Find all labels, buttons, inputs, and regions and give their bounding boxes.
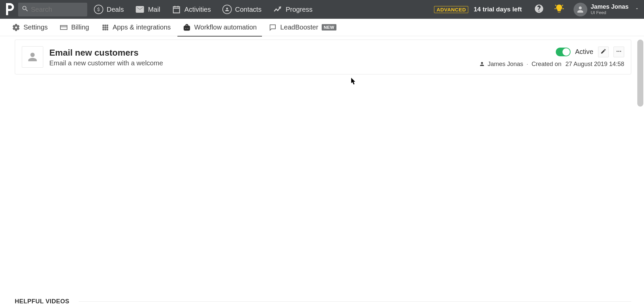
tab-settings[interactable]: Settings	[7, 19, 53, 36]
app-logo[interactable]	[3, 1, 16, 17]
svg-point-2	[620, 51, 621, 52]
nav-mail[interactable]: Mail	[130, 0, 165, 19]
user-subtext: UI Feed	[591, 10, 629, 15]
tab-billing[interactable]: Billing	[54, 19, 94, 36]
svg-point-1	[619, 51, 620, 52]
person-icon	[27, 51, 38, 63]
active-toggle[interactable]	[556, 48, 571, 56]
divider	[79, 301, 631, 302]
search-box[interactable]	[18, 3, 87, 16]
lightbulb-icon	[554, 4, 564, 15]
pencil-icon	[600, 48, 606, 56]
avatar	[574, 3, 587, 16]
help-icon	[534, 4, 544, 15]
contacts-icon	[222, 5, 232, 14]
owner-icon	[479, 61, 485, 67]
tab-leadbooster-label: LeadBooster	[280, 23, 318, 31]
nav-mail-label: Mail	[148, 6, 160, 13]
tips-button[interactable]	[550, 0, 568, 19]
scrollbar-thumb[interactable]	[637, 40, 643, 107]
workflow-row[interactable]: Email new customers Email a new customer…	[15, 40, 631, 74]
mail-icon	[135, 5, 145, 14]
more-button[interactable]	[613, 47, 624, 57]
tab-billing-label: Billing	[71, 23, 89, 31]
deals-icon	[94, 5, 103, 14]
workflow-description: Email a new customer with a welcome	[49, 59, 473, 67]
user-name: James Jonas	[591, 4, 629, 10]
automation-icon	[183, 23, 191, 32]
workflow-title: Email new customers	[49, 48, 473, 58]
chevron-down-icon	[635, 6, 639, 12]
new-badge: NEW	[322, 24, 336, 30]
tab-workflow-label: Workflow automation	[194, 23, 257, 31]
tab-settings-label: Settings	[23, 23, 48, 31]
nav-progress[interactable]: Progress	[268, 0, 317, 19]
nav-deals[interactable]: Deals	[89, 0, 128, 19]
page-content: Email new customers Email a new customer…	[0, 36, 644, 305]
calendar-icon	[172, 5, 181, 14]
nav-contacts-label: Contacts	[235, 6, 262, 13]
workflow-thumbnail	[22, 46, 43, 68]
search-input[interactable]	[31, 6, 84, 13]
created-on-date: 27 August 2019 14:58	[566, 61, 624, 68]
helpful-videos-heading: HELPFUL VIDEOS	[15, 298, 69, 305]
nav-activities[interactable]: Activities	[167, 0, 216, 19]
help-button[interactable]	[530, 0, 548, 19]
tab-workflow-automation[interactable]: Workflow automation	[177, 19, 262, 36]
edit-button[interactable]	[598, 47, 609, 57]
active-label: Active	[575, 48, 593, 56]
tab-apps[interactable]: Apps & integrations	[96, 19, 176, 36]
user-menu[interactable]: James Jonas UI Feed	[570, 3, 641, 16]
progress-icon	[273, 5, 282, 14]
nav-progress-label: Progress	[286, 6, 313, 13]
svg-point-0	[616, 51, 618, 52]
created-on-label: Created on	[532, 61, 561, 68]
chat-icon	[269, 23, 277, 32]
apps-grid-icon	[101, 23, 109, 32]
helpful-videos-section: HELPFUL VIDEOS	[15, 298, 631, 305]
workflow-owner: James Jonas	[488, 61, 523, 68]
nav-contacts[interactable]: Contacts	[218, 0, 266, 19]
tab-leadbooster[interactable]: LeadBooster NEW	[263, 19, 341, 36]
gear-icon	[12, 23, 20, 32]
top-bar: Deals Mail Activities Contacts Progress …	[0, 0, 644, 19]
search-icon	[21, 5, 29, 14]
more-horizontal-icon	[616, 48, 622, 56]
nav-deals-label: Deals	[107, 6, 124, 13]
trial-days-left: 14 trial days left	[474, 6, 522, 13]
tab-apps-label: Apps & integrations	[113, 23, 171, 31]
workflow-meta: James Jonas · Created on 27 August 2019 …	[479, 61, 624, 68]
nav-activities-label: Activities	[184, 6, 211, 13]
credit-card-icon	[60, 23, 68, 32]
settings-tabs: Settings Billing Apps & integrations Wor…	[0, 19, 644, 36]
plan-badge: ADVANCED	[434, 6, 468, 13]
